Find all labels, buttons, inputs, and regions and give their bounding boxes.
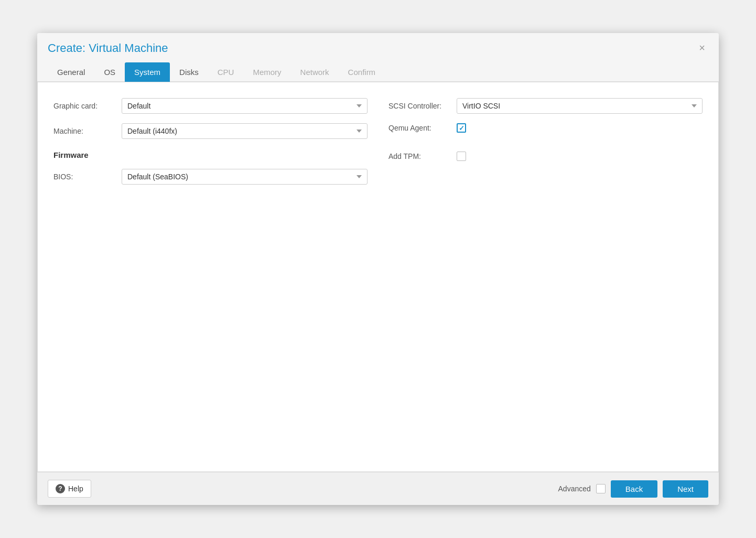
qemu-agent-checkbox-wrap — [457, 123, 466, 133]
qemu-agent-checkbox[interactable] — [457, 123, 466, 133]
add-tpm-label: Add TPM: — [388, 152, 457, 160]
add-tpm-row: Add TPM: — [388, 152, 703, 161]
form-left: Graphic card: Default VirtIO-GPU VMware … — [53, 98, 368, 194]
scsi-controller-select[interactable]: VirtIO SCSI LSI 53C895A MegaRAID SAS 870… — [457, 98, 703, 114]
tab-confirm: Confirm — [339, 62, 385, 82]
bios-label: BIOS: — [53, 173, 122, 181]
tab-os[interactable]: OS — [94, 62, 125, 82]
scsi-controller-label: SCSI Controller: — [388, 102, 457, 110]
tab-system[interactable]: System — [125, 62, 170, 82]
tab-memory: Memory — [243, 62, 290, 82]
form-grid: Graphic card: Default VirtIO-GPU VMware … — [53, 98, 703, 194]
machine-label: Machine: — [53, 127, 122, 135]
dialog-header: Create: Virtual Machine × — [37, 33, 719, 62]
dialog-footer: ? Help Advanced Back Next — [37, 472, 719, 505]
bios-select[interactable]: Default (SeaBIOS) OVMF (UEFI) — [122, 169, 368, 185]
help-button[interactable]: ? Help — [48, 480, 91, 498]
tab-disks[interactable]: Disks — [170, 62, 208, 82]
tab-bar: General OS System Disks CPU Memory Netwo… — [37, 62, 719, 82]
machine-row: Machine: Default (i440fx) q35 virt — [53, 123, 368, 139]
next-button[interactable]: Next — [663, 480, 708, 498]
dialog-title: Create: Virtual Machine — [48, 41, 168, 62]
qemu-agent-row: Qemu Agent: — [388, 123, 703, 133]
add-tpm-checkbox[interactable] — [457, 152, 466, 161]
advanced-label: Advanced — [558, 485, 591, 493]
graphic-card-row: Graphic card: Default VirtIO-GPU VMware … — [53, 98, 368, 114]
back-button[interactable]: Back — [611, 480, 657, 498]
help-icon: ? — [56, 484, 65, 493]
close-button[interactable]: × — [696, 41, 708, 54]
help-label: Help — [68, 485, 83, 493]
tab-cpu: CPU — [208, 62, 244, 82]
add-tpm-checkbox-wrap — [457, 152, 466, 161]
scsi-controller-row: SCSI Controller: VirtIO SCSI LSI 53C895A… — [388, 98, 703, 114]
form-right: SCSI Controller: VirtIO SCSI LSI 53C895A… — [388, 98, 703, 194]
graphic-card-select[interactable]: Default VirtIO-GPU VMware compatible Cir… — [122, 98, 368, 114]
qemu-agent-label: Qemu Agent: — [388, 124, 457, 132]
firmware-heading: Firmware — [53, 150, 368, 159]
graphic-card-label: Graphic card: — [53, 102, 122, 110]
footer-right: Advanced Back Next — [558, 480, 708, 498]
machine-select[interactable]: Default (i440fx) q35 virt — [122, 123, 368, 139]
dialog-body: Graphic card: Default VirtIO-GPU VMware … — [37, 82, 719, 472]
advanced-checkbox[interactable] — [596, 484, 606, 493]
create-vm-dialog: Create: Virtual Machine × General OS Sys… — [37, 33, 719, 505]
tab-network: Network — [291, 62, 339, 82]
bios-row: BIOS: Default (SeaBIOS) OVMF (UEFI) — [53, 169, 368, 185]
tab-general[interactable]: General — [48, 62, 94, 82]
